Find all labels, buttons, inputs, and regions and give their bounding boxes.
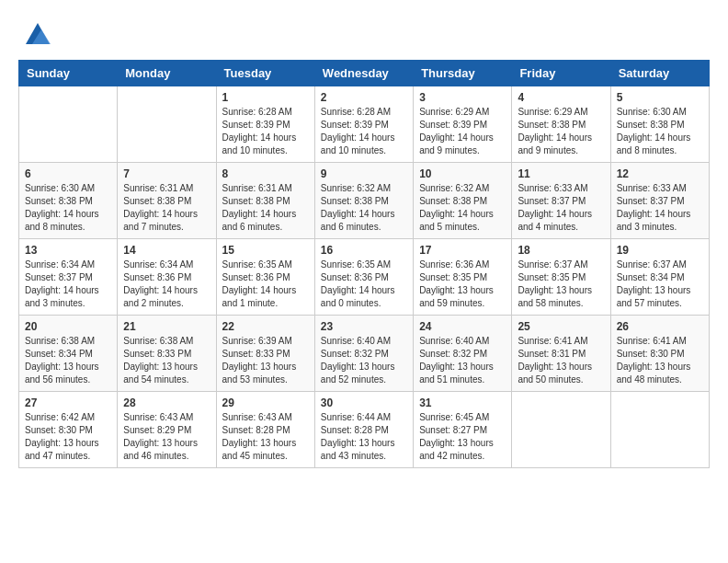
weekday-header: Thursday [414, 61, 512, 86]
day-info: Sunrise: 6:40 AM Sunset: 8:32 PM Dayligh… [321, 335, 407, 386]
calendar-cell: 26Sunrise: 6:41 AM Sunset: 8:30 PM Dayli… [610, 316, 709, 392]
calendar-cell: 24Sunrise: 6:40 AM Sunset: 8:32 PM Dayli… [414, 316, 512, 392]
calendar-cell: 3Sunrise: 6:29 AM Sunset: 8:39 PM Daylig… [414, 86, 512, 163]
day-info: Sunrise: 6:41 AM Sunset: 8:31 PM Dayligh… [518, 335, 604, 386]
day-number: 12 [617, 167, 703, 180]
day-number: 21 [123, 320, 210, 333]
day-number: 22 [222, 320, 309, 333]
day-number: 3 [419, 91, 506, 104]
logo [18, 18, 53, 51]
day-info: Sunrise: 6:35 AM Sunset: 8:36 PM Dayligh… [222, 259, 309, 310]
calendar-cell: 29Sunrise: 6:43 AM Sunset: 8:28 PM Dayli… [216, 392, 314, 468]
day-number: 27 [25, 396, 111, 409]
day-info: Sunrise: 6:36 AM Sunset: 8:35 PM Dayligh… [419, 259, 506, 310]
calendar-cell: 7Sunrise: 6:31 AM Sunset: 8:38 PM Daylig… [118, 163, 216, 239]
page-header [18, 18, 710, 51]
day-number: 11 [518, 167, 604, 180]
weekday-header: Tuesday [216, 61, 314, 86]
day-number: 26 [617, 320, 703, 333]
calendar-cell: 12Sunrise: 6:33 AM Sunset: 8:37 PM Dayli… [610, 163, 709, 239]
calendar-cell: 16Sunrise: 6:35 AM Sunset: 8:36 PM Dayli… [314, 239, 413, 316]
day-number: 31 [419, 396, 506, 409]
day-number: 25 [518, 320, 604, 333]
calendar-cell: 21Sunrise: 6:38 AM Sunset: 8:33 PM Dayli… [118, 316, 216, 392]
calendar-cell [512, 392, 610, 468]
day-number: 7 [123, 167, 210, 180]
day-info: Sunrise: 6:29 AM Sunset: 8:39 PM Dayligh… [419, 106, 506, 157]
calendar-cell: 22Sunrise: 6:39 AM Sunset: 8:33 PM Dayli… [216, 316, 314, 392]
day-info: Sunrise: 6:28 AM Sunset: 8:39 PM Dayligh… [321, 106, 407, 157]
calendar-cell: 19Sunrise: 6:37 AM Sunset: 8:34 PM Dayli… [610, 239, 709, 316]
day-info: Sunrise: 6:43 AM Sunset: 8:28 PM Dayligh… [222, 411, 309, 463]
day-number: 4 [518, 91, 604, 104]
calendar-cell: 30Sunrise: 6:44 AM Sunset: 8:28 PM Dayli… [314, 392, 413, 468]
day-number: 28 [123, 396, 210, 409]
day-number: 10 [419, 167, 506, 180]
weekday-header: Saturday [610, 61, 709, 86]
day-info: Sunrise: 6:33 AM Sunset: 8:37 PM Dayligh… [617, 182, 703, 234]
calendar-week-row: 20Sunrise: 6:38 AM Sunset: 8:34 PM Dayli… [19, 316, 710, 392]
day-number: 14 [123, 244, 210, 257]
day-number: 2 [321, 91, 407, 104]
calendar-cell: 17Sunrise: 6:36 AM Sunset: 8:35 PM Dayli… [414, 239, 512, 316]
calendar-week-row: 1Sunrise: 6:28 AM Sunset: 8:39 PM Daylig… [19, 86, 710, 163]
day-info: Sunrise: 6:33 AM Sunset: 8:37 PM Dayligh… [518, 182, 604, 234]
calendar-cell: 10Sunrise: 6:32 AM Sunset: 8:38 PM Dayli… [414, 163, 512, 239]
calendar-cell [19, 86, 118, 163]
calendar-cell: 2Sunrise: 6:28 AM Sunset: 8:39 PM Daylig… [314, 86, 413, 163]
day-number: 29 [222, 396, 309, 409]
calendar-week-row: 13Sunrise: 6:34 AM Sunset: 8:37 PM Dayli… [19, 239, 710, 316]
weekday-header: Sunday [19, 61, 118, 86]
day-info: Sunrise: 6:44 AM Sunset: 8:28 PM Dayligh… [321, 411, 407, 463]
calendar-cell: 4Sunrise: 6:29 AM Sunset: 8:38 PM Daylig… [512, 86, 610, 163]
calendar-cell: 20Sunrise: 6:38 AM Sunset: 8:34 PM Dayli… [19, 316, 118, 392]
day-number: 23 [321, 320, 407, 333]
day-info: Sunrise: 6:34 AM Sunset: 8:36 PM Dayligh… [123, 259, 210, 310]
day-info: Sunrise: 6:34 AM Sunset: 8:37 PM Dayligh… [25, 259, 111, 310]
calendar-cell [118, 86, 216, 163]
day-info: Sunrise: 6:32 AM Sunset: 8:38 PM Dayligh… [321, 182, 407, 234]
day-number: 15 [222, 244, 309, 257]
day-info: Sunrise: 6:37 AM Sunset: 8:34 PM Dayligh… [617, 259, 703, 310]
day-number: 1 [222, 91, 309, 104]
calendar-cell: 18Sunrise: 6:37 AM Sunset: 8:35 PM Dayli… [512, 239, 610, 316]
day-number: 30 [321, 396, 407, 409]
day-info: Sunrise: 6:45 AM Sunset: 8:27 PM Dayligh… [419, 411, 506, 463]
weekday-header: Friday [512, 61, 610, 86]
calendar-cell: 27Sunrise: 6:42 AM Sunset: 8:30 PM Dayli… [19, 392, 118, 468]
day-number: 18 [518, 244, 604, 257]
day-info: Sunrise: 6:28 AM Sunset: 8:39 PM Dayligh… [222, 106, 309, 157]
calendar-week-row: 6Sunrise: 6:30 AM Sunset: 8:38 PM Daylig… [19, 163, 710, 239]
day-info: Sunrise: 6:32 AM Sunset: 8:38 PM Dayligh… [419, 182, 506, 234]
calendar-cell: 28Sunrise: 6:43 AM Sunset: 8:29 PM Dayli… [118, 392, 216, 468]
logo-text [18, 18, 53, 51]
day-info: Sunrise: 6:29 AM Sunset: 8:38 PM Dayligh… [518, 106, 604, 157]
calendar-cell: 25Sunrise: 6:41 AM Sunset: 8:31 PM Dayli… [512, 316, 610, 392]
day-number: 16 [321, 244, 407, 257]
calendar-cell: 31Sunrise: 6:45 AM Sunset: 8:27 PM Dayli… [414, 392, 512, 468]
day-info: Sunrise: 6:43 AM Sunset: 8:29 PM Dayligh… [123, 411, 210, 463]
calendar-cell: 9Sunrise: 6:32 AM Sunset: 8:38 PM Daylig… [314, 163, 413, 239]
calendar-cell: 1Sunrise: 6:28 AM Sunset: 8:39 PM Daylig… [216, 86, 314, 163]
calendar-cell: 11Sunrise: 6:33 AM Sunset: 8:37 PM Dayli… [512, 163, 610, 239]
day-number: 17 [419, 244, 506, 257]
calendar-cell: 5Sunrise: 6:30 AM Sunset: 8:38 PM Daylig… [610, 86, 709, 163]
calendar-cell [610, 392, 709, 468]
logo-icon [21, 18, 53, 51]
calendar-table: SundayMondayTuesdayWednesdayThursdayFrid… [18, 60, 710, 468]
calendar-cell: 23Sunrise: 6:40 AM Sunset: 8:32 PM Dayli… [314, 316, 413, 392]
day-info: Sunrise: 6:38 AM Sunset: 8:34 PM Dayligh… [25, 335, 111, 386]
day-info: Sunrise: 6:35 AM Sunset: 8:36 PM Dayligh… [321, 259, 407, 310]
day-number: 20 [25, 320, 111, 333]
day-info: Sunrise: 6:42 AM Sunset: 8:30 PM Dayligh… [25, 411, 111, 463]
day-info: Sunrise: 6:38 AM Sunset: 8:33 PM Dayligh… [123, 335, 210, 386]
day-info: Sunrise: 6:31 AM Sunset: 8:38 PM Dayligh… [123, 182, 210, 234]
day-number: 9 [321, 167, 407, 180]
day-info: Sunrise: 6:37 AM Sunset: 8:35 PM Dayligh… [518, 259, 604, 310]
calendar-cell: 15Sunrise: 6:35 AM Sunset: 8:36 PM Dayli… [216, 239, 314, 316]
calendar-cell: 8Sunrise: 6:31 AM Sunset: 8:38 PM Daylig… [216, 163, 314, 239]
day-info: Sunrise: 6:30 AM Sunset: 8:38 PM Dayligh… [617, 106, 703, 157]
day-number: 13 [25, 244, 111, 257]
day-info: Sunrise: 6:39 AM Sunset: 8:33 PM Dayligh… [222, 335, 309, 386]
day-number: 8 [222, 167, 309, 180]
